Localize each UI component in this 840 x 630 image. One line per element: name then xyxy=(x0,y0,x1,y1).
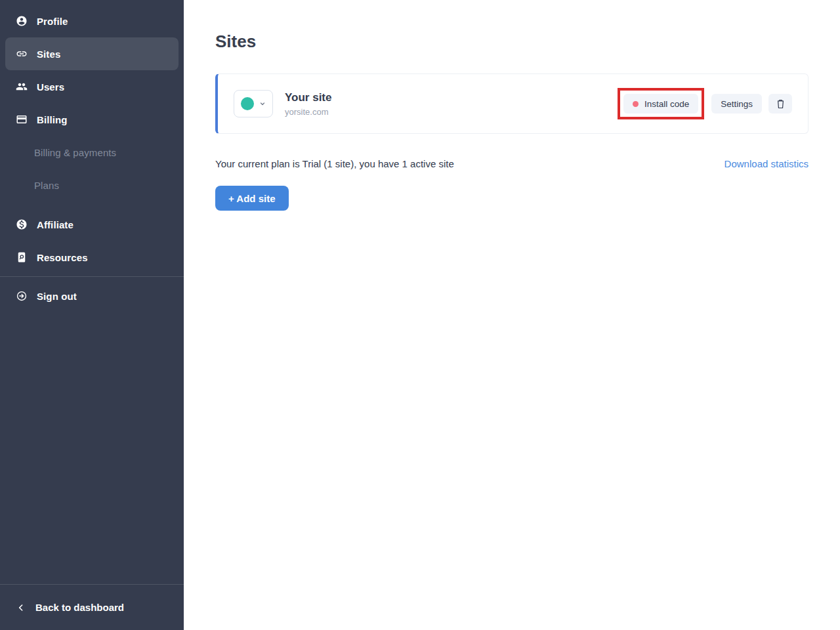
sidebar-item-label: Affiliate xyxy=(37,219,74,230)
settings-button[interactable]: Settings xyxy=(711,94,762,114)
site-card: Your site yorsite.com Install code Setti… xyxy=(215,74,808,134)
sidebar-item-label: Sites xyxy=(37,49,60,60)
plan-text: Your current plan is Trial (1 site), you… xyxy=(215,158,454,169)
sidebar-item-billing-payments[interactable]: Billing & payments xyxy=(5,136,178,169)
back-to-dashboard-button[interactable]: Back to dashboard xyxy=(0,584,184,630)
sidebar-item-affiliate[interactable]: Affiliate xyxy=(5,208,178,241)
sidebar-item-billing[interactable]: Billing xyxy=(5,103,178,136)
main-content: Sites Your site yorsite.com Install code… xyxy=(184,0,840,630)
site-card-actions: Install code Settings xyxy=(623,94,792,114)
chevron-left-icon xyxy=(16,602,26,613)
sidebar-item-users[interactable]: Users xyxy=(5,70,178,103)
install-code-dot-icon xyxy=(633,101,639,107)
install-code-button[interactable]: Install code xyxy=(623,94,698,114)
sidebar-item-label: Resources xyxy=(37,252,88,263)
site-domain: yorsite.com xyxy=(285,107,331,117)
users-group-icon xyxy=(16,81,28,93)
doc-search-icon xyxy=(16,251,28,263)
sidebar-divider xyxy=(0,276,184,277)
sidebar-item-profile[interactable]: Profile xyxy=(5,5,178,37)
trash-icon xyxy=(775,98,786,110)
sidebar-item-label: Plans xyxy=(34,180,59,191)
sidebar-item-label: Billing xyxy=(37,114,68,125)
sidebar-item-label: Users xyxy=(37,81,64,93)
sidebar-nav: ProfileSitesUsersBillingBilling & paymen… xyxy=(0,0,184,312)
sidebar: ProfileSitesUsersBillingBilling & paymen… xyxy=(0,0,184,630)
back-to-dashboard-label: Back to dashboard xyxy=(35,602,124,613)
site-name: Your site xyxy=(285,91,331,104)
sidebar-item-sign-out[interactable]: Sign out xyxy=(5,280,178,312)
link-icon xyxy=(16,48,28,60)
settings-label: Settings xyxy=(721,99,753,109)
chevron-down-icon xyxy=(259,100,266,108)
user-circle-icon xyxy=(16,15,28,27)
delete-site-button[interactable] xyxy=(768,94,792,114)
site-info: Your site yorsite.com xyxy=(285,91,331,117)
sidebar-item-resources[interactable]: Resources xyxy=(5,241,178,274)
add-site-button[interactable]: + Add site xyxy=(215,186,289,211)
plan-row: Your current plan is Trial (1 site), you… xyxy=(215,158,808,169)
sidebar-item-label: Profile xyxy=(37,16,68,27)
page-title: Sites xyxy=(215,32,808,52)
sidebar-item-label: Sign out xyxy=(37,291,77,302)
install-code-label: Install code xyxy=(644,99,689,109)
sidebar-item-plans[interactable]: Plans xyxy=(5,169,178,201)
download-statistics-link[interactable]: Download statistics xyxy=(724,158,808,169)
credit-card-icon xyxy=(16,114,28,125)
site-status-dot xyxy=(241,97,254,110)
sidebar-item-label: Billing & payments xyxy=(34,147,116,158)
dollar-circle-icon xyxy=(16,219,28,230)
arrow-circle-right-icon xyxy=(16,290,28,302)
install-code-highlight: Install code xyxy=(618,88,704,119)
sidebar-item-sites[interactable]: Sites xyxy=(5,37,178,70)
site-status-dropdown[interactable] xyxy=(234,90,273,117)
